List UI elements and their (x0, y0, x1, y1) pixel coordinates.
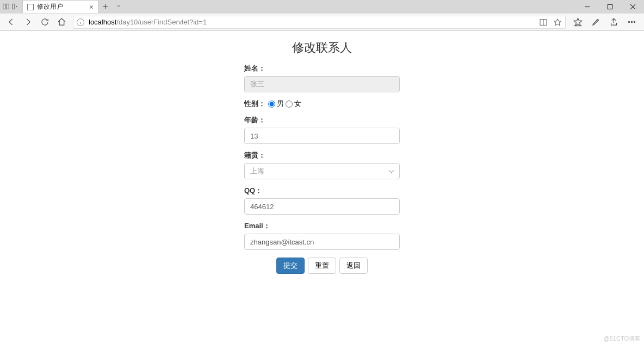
tab-aside-icon[interactable] (2, 3, 10, 10)
more-icon[interactable] (627, 17, 636, 27)
field-origin: 籍贯： (244, 150, 400, 179)
close-window-button[interactable] (621, 0, 644, 13)
button-row: 提交 重置 返回 (244, 258, 400, 274)
set-aside-icon[interactable] (11, 3, 19, 10)
gender-female-label: 女 (294, 99, 301, 109)
tab-sidebar-icons (0, 3, 21, 10)
tab-bar: 修改用户 × + (0, 0, 644, 13)
svg-rect-1 (7, 4, 9, 9)
refresh-icon[interactable] (40, 17, 49, 27)
email-input[interactable] (244, 234, 400, 250)
maximize-button[interactable] (598, 0, 621, 13)
tab-overflow-icon[interactable] (112, 3, 125, 11)
minimize-button[interactable] (575, 0, 598, 13)
qq-input[interactable] (244, 198, 400, 215)
reset-button[interactable]: 重置 (308, 258, 336, 274)
field-qq: QQ： (244, 186, 400, 215)
edit-contact-form: 姓名： 性别： 男 女 年龄： 籍贯： QQ： (244, 64, 400, 274)
reading-view-icon[interactable] (539, 18, 548, 27)
name-input[interactable] (244, 76, 400, 92)
window-controls (575, 0, 644, 13)
qq-label: QQ： (244, 186, 400, 196)
nav-buttons (3, 17, 70, 27)
favorite-star-icon[interactable] (553, 18, 562, 27)
home-icon[interactable] (57, 17, 66, 27)
email-label: Email： (244, 221, 400, 231)
url-text: localhost/day10/userFindServlet?id=1 (89, 18, 535, 26)
nav-right-icons (569, 17, 641, 27)
submit-button[interactable]: 提交 (276, 258, 305, 274)
site-info-icon[interactable]: i (77, 18, 84, 26)
svg-rect-2 (13, 4, 15, 9)
gender-male-label: 男 (277, 99, 284, 109)
origin-label: 籍贯： (244, 150, 400, 160)
page-icon (27, 4, 34, 10)
age-label: 年龄： (244, 115, 400, 125)
gender-label: 性别： (244, 99, 265, 109)
forward-icon[interactable] (23, 17, 33, 27)
svg-rect-3 (608, 4, 612, 9)
name-label: 姓名： (244, 64, 400, 73)
field-name: 姓名： (244, 64, 400, 92)
page-title: 修改联系人 (0, 40, 644, 56)
svg-point-7 (634, 21, 635, 22)
browser-chrome: 修改用户 × + i localhost/day10/userFindServl… (0, 0, 644, 31)
gender-radio-female[interactable] (286, 101, 293, 108)
favorites-bar-icon[interactable] (573, 17, 583, 27)
gender-radio-male[interactable] (268, 101, 275, 108)
page-content: 修改联系人 姓名： 性别： 男 女 年龄： 籍贯： (0, 31, 644, 274)
share-icon[interactable] (609, 17, 618, 27)
age-input[interactable] (244, 128, 400, 144)
nav-bar: i localhost/day10/userFindServlet?id=1 (0, 13, 644, 30)
address-bar[interactable]: i localhost/day10/userFindServlet?id=1 (73, 16, 566, 29)
notes-icon[interactable] (591, 17, 600, 27)
svg-rect-0 (3, 4, 5, 9)
back-button[interactable]: 返回 (339, 258, 368, 274)
browser-tab[interactable]: 修改用户 × (22, 0, 98, 13)
tab-close-icon[interactable]: × (89, 3, 94, 11)
tab-title: 修改用户 (37, 2, 63, 11)
back-icon[interactable] (7, 17, 16, 27)
new-tab-button[interactable]: + (98, 2, 112, 11)
field-email: Email： (244, 221, 400, 250)
svg-point-5 (628, 21, 629, 22)
field-gender: 性别： 男 女 (244, 99, 400, 109)
field-age: 年龄： (244, 115, 400, 144)
svg-point-6 (631, 21, 632, 22)
origin-select[interactable] (244, 163, 400, 179)
